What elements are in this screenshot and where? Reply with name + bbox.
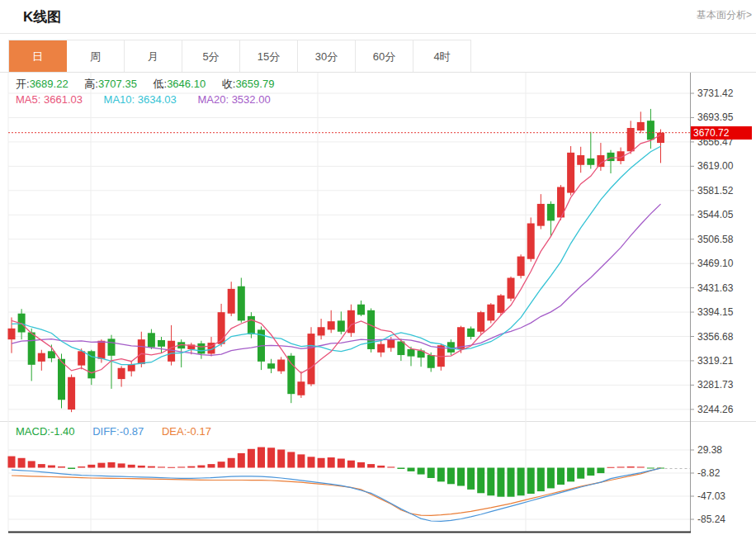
svg-text:3693.95: 3693.95 xyxy=(697,111,734,123)
ma5-value: MA5: 3661.03 xyxy=(16,93,83,106)
svg-text:3244.26: 3244.26 xyxy=(697,404,734,415)
svg-text:3356.68: 3356.68 xyxy=(697,331,734,343)
svg-text:3506.58: 3506.58 xyxy=(697,234,734,245)
svg-text:3394.15: 3394.15 xyxy=(697,306,734,318)
macd-value: MACD:-1.40 xyxy=(16,425,75,438)
svg-text:-47.03: -47.03 xyxy=(697,490,725,502)
svg-text:3544.05: 3544.05 xyxy=(697,209,734,220)
svg-text:-85.24: -85.24 xyxy=(697,514,725,525)
svg-text:3619.00: 3619.00 xyxy=(697,160,734,172)
svg-text:3469.10: 3469.10 xyxy=(697,258,734,269)
low-value: 低:3646.10 xyxy=(154,78,206,90)
svg-text:3581.52: 3581.52 xyxy=(697,185,734,196)
svg-text:3431.63: 3431.63 xyxy=(697,282,734,294)
ma-info-row: MA5: 3661.03 MA10: 3634.03 MA20: 3532.00 xyxy=(16,93,289,106)
last-price-tag: 3670.72 xyxy=(691,126,752,140)
diff-value: DIFF:-0.87 xyxy=(92,425,144,438)
ohlc-info-row: 开:3689.22 高:3707.35 低:3646.10 收:3659.79 xyxy=(16,77,287,92)
open-value: 开:3689.22 xyxy=(16,78,69,90)
svg-text:-8.82: -8.82 xyxy=(697,467,721,479)
svg-text:29.38: 29.38 xyxy=(697,444,722,456)
high-value: 高:3707.35 xyxy=(84,78,137,90)
ma20-value: MA20: 3532.00 xyxy=(197,93,270,106)
macd-info-row: MACD:-1.40 DIFF:-0.87 DEA:-0.17 xyxy=(16,425,226,438)
svg-text:3731.42: 3731.42 xyxy=(697,88,734,99)
ma10-value: MA10: 3634.03 xyxy=(104,93,177,106)
svg-text:3281.73: 3281.73 xyxy=(697,379,734,391)
close-value: 收:3659.79 xyxy=(222,78,275,90)
svg-text:3319.21: 3319.21 xyxy=(697,355,734,367)
dea-value: DEA:-0.17 xyxy=(162,425,211,438)
